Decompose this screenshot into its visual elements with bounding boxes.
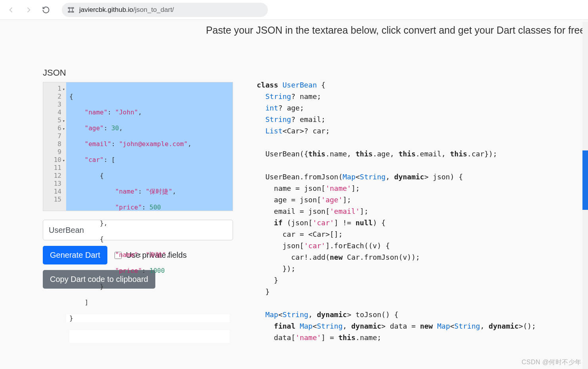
- line-number: 9: [43, 148, 64, 156]
- json-section-label: JSON: [43, 68, 233, 78]
- line-number: 5: [43, 116, 64, 124]
- page-tagline: Paste your JSON in the textarea below, c…: [151, 20, 588, 36]
- line-number: 13: [43, 180, 64, 188]
- line-number: 1: [43, 85, 64, 93]
- line-number: 11: [43, 164, 64, 172]
- line-number: 4: [43, 108, 64, 116]
- url-text: javiercbk.github.io/json_to_dart/: [79, 6, 174, 14]
- dart-output[interactable]: class UserBean { String? name; int? age;…: [257, 68, 588, 355]
- svg-rect-2: [68, 11, 70, 12]
- line-number: 3: [43, 101, 64, 108]
- reload-button[interactable]: [39, 3, 53, 17]
- back-button[interactable]: [4, 3, 18, 17]
- svg-rect-1: [72, 8, 74, 8]
- editor-text[interactable]: { "name": "John", "age": 30, "email": "j…: [66, 82, 233, 211]
- line-number: 2: [43, 93, 64, 101]
- editor-gutter: 1 2 3 4 5 6 7 8 9 10 11 12 13 14 15: [43, 82, 66, 211]
- browser-toolbar: javiercbk.github.io/json_to_dart/: [0, 0, 588, 20]
- json-editor[interactable]: 1 2 3 4 5 6 7 8 9 10 11 12 13 14 15 { "n…: [43, 82, 233, 211]
- line-number: 10: [43, 156, 64, 164]
- forward-button[interactable]: [21, 3, 36, 17]
- line-number: 8: [43, 140, 64, 148]
- left-column: JSON 1 2 3 4 5 6 7 8 9 10 11 12 13 14 15…: [43, 68, 233, 289]
- scrollbar-thumb[interactable]: [582, 150, 588, 210]
- svg-rect-3: [72, 11, 74, 12]
- line-number: 14: [43, 188, 64, 196]
- svg-rect-0: [68, 8, 70, 8]
- line-number: 7: [43, 132, 64, 140]
- line-number: 6: [43, 124, 64, 132]
- watermark: CSDN @何时不少年: [521, 358, 582, 367]
- main-content: JSON 1 2 3 4 5 6 7 8 9 10 11 12 13 14 15…: [0, 36, 588, 355]
- site-settings-icon[interactable]: [67, 6, 75, 14]
- line-number: 12: [43, 172, 64, 180]
- line-number: 15: [43, 196, 64, 204]
- address-bar[interactable]: javiercbk.github.io/json_to_dart/: [62, 3, 268, 17]
